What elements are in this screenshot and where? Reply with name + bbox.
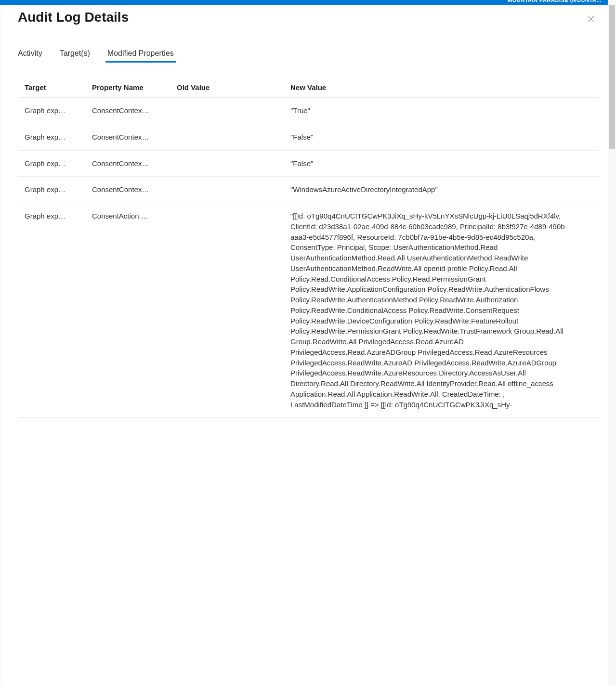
panel-title: Audit Log Details: [18, 10, 129, 25]
close-button[interactable]: [583, 12, 599, 27]
table-row[interactable]: Graph exp… ConsentContex… "False": [18, 124, 599, 151]
cell-target: Graph exp…: [25, 105, 92, 116]
properties-table: Target Property Name Old Value New Value…: [18, 78, 599, 418]
cell-new-value: "[[Id: oTg90q4CnUCITGCwPK3JiXq_sHy-kV5Ln…: [290, 211, 592, 410]
cell-target: Graph exp…: [25, 132, 92, 142]
cell-new-value: "True": [290, 105, 592, 116]
cell-target: Graph exp…: [25, 158, 92, 169]
header-old-value[interactable]: Old Value: [177, 83, 290, 91]
cell-target: Graph exp…: [25, 211, 92, 221]
cell-new-value: "False": [290, 158, 592, 169]
tab-activity[interactable]: Activity: [18, 49, 42, 63]
table-row[interactable]: Graph exp… ConsentContex… "WindowsAzureA…: [18, 177, 599, 203]
header-new-value[interactable]: New Value: [290, 83, 592, 91]
tenant-label: MOUNTAIN PARADISE (MOUNTA...: [508, 0, 602, 3]
cell-property: ConsentContex…: [92, 184, 177, 195]
tabs: Activity Target(s) Modified Properties: [18, 49, 599, 63]
audit-log-panel: Audit Log Details Activity Target(s) Mod…: [0, 5, 616, 686]
table-header: Target Property Name Old Value New Value: [18, 78, 599, 98]
table-row[interactable]: Graph exp… ConsentContex… "True": [18, 98, 599, 124]
cell-property: ConsentContex…: [92, 158, 177, 169]
header-property-name[interactable]: Property Name: [92, 83, 177, 91]
table-row[interactable]: Graph exp… ConsentContex… "False": [18, 151, 599, 177]
cell-property: ConsentAction.…: [92, 211, 177, 221]
close-icon: [588, 16, 594, 23]
header-target[interactable]: Target: [25, 83, 92, 91]
table-row[interactable]: Graph exp… ConsentAction.… "[[Id: oTg90q…: [18, 203, 599, 418]
panel-header: Audit Log Details: [18, 10, 599, 27]
scrollbar-thumb[interactable]: [609, 5, 615, 149]
scrollbar[interactable]: [608, 0, 616, 686]
top-bar: MOUNTAIN PARADISE (MOUNTA...: [0, 0, 616, 5]
cell-target: Graph exp…: [25, 184, 92, 195]
cell-new-value: "False": [290, 132, 592, 142]
cell-property: ConsentContex…: [92, 132, 177, 142]
tab-targets[interactable]: Target(s): [60, 49, 90, 63]
tab-modified-properties[interactable]: Modified Properties: [107, 49, 174, 63]
cell-property: ConsentContex…: [92, 105, 177, 116]
cell-new-value: "WindowsAzureActiveDirectoryIntegratedAp…: [290, 184, 592, 195]
